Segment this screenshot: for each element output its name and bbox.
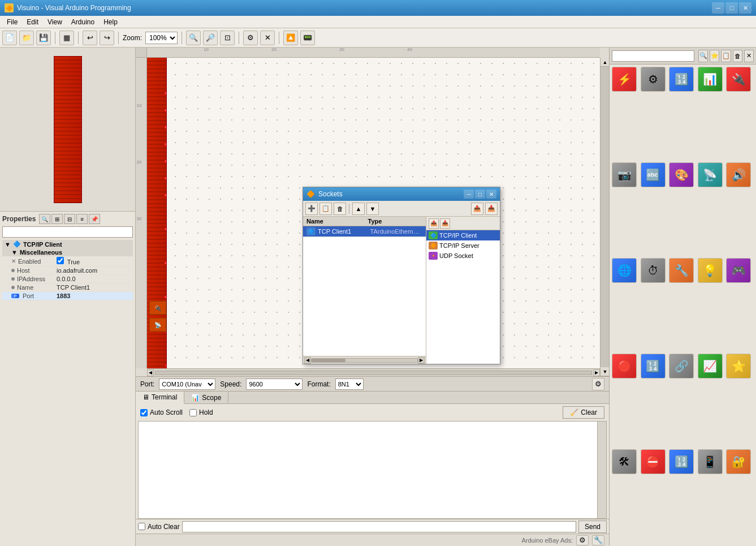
comp-18[interactable]: 🔗	[669, 354, 694, 379]
comp-7[interactable]: 🔤	[641, 162, 666, 187]
dialog-up-btn[interactable]: ▲	[352, 203, 365, 215]
auto-scroll-checkbox[interactable]	[140, 409, 148, 416]
settings-btn[interactable]: ⚙	[592, 378, 604, 390]
comp-2[interactable]: ⚙	[641, 67, 666, 92]
compile-button[interactable]: ⚙	[243, 31, 258, 45]
new-button[interactable]: 📄	[2, 31, 17, 45]
comp-4[interactable]: 📊	[698, 67, 723, 92]
canvas-scrollbar-bottom[interactable]: ◀ ▶	[147, 368, 600, 376]
speed-select[interactable]: 9600 115200	[246, 379, 303, 390]
right-btn1[interactable]: 🔍	[698, 50, 708, 62]
sockets-dialog[interactable]: 🔶 Sockets ─ □ ✕ ➕ 📋 🗑 ▲ ▼ 📤 📥 Name	[303, 187, 500, 364]
comp-20[interactable]: ⭐	[726, 354, 751, 379]
comp-10[interactable]: 🔊	[726, 162, 751, 187]
properties-search[interactable]	[2, 226, 133, 238]
ads-btn2[interactable]: 🔧	[592, 535, 604, 545]
menu-help[interactable]: Help	[99, 17, 122, 27]
component-search[interactable]	[612, 50, 694, 62]
scroll-arrow-left[interactable]: ◀	[304, 357, 311, 364]
comp-14[interactable]: 💡	[698, 258, 723, 283]
maximize-button[interactable]: □	[725, 2, 738, 14]
prop-btn1[interactable]: 🔍	[39, 214, 50, 224]
zoom-fit-button[interactable]: ⊡	[220, 31, 235, 45]
prop-btn2[interactable]: ⊞	[51, 214, 63, 224]
hold-checkbox[interactable]	[189, 409, 197, 416]
prop-section-client[interactable]: ▼ 🔷 TCP/IP Client	[2, 240, 133, 248]
ads-btn1[interactable]: ⚙	[576, 535, 589, 545]
menu-edit[interactable]: Edit	[22, 17, 43, 27]
right-collapse-btn[interactable]: 📥	[440, 218, 450, 229]
comp-3[interactable]: 🔢	[669, 67, 694, 92]
zoom-select[interactable]: 50% 75% 100% 150% 200%	[145, 32, 178, 44]
comp-13[interactable]: 🔧	[669, 258, 694, 283]
tree-item-udpsocket[interactable]: 🔸 UDP Socket	[426, 251, 500, 261]
format-select[interactable]: 8N1	[335, 379, 364, 390]
redo-button[interactable]: ↪	[100, 31, 114, 45]
right-expand-btn[interactable]: 📤	[429, 218, 439, 229]
comp-8[interactable]: 🎨	[669, 162, 694, 187]
prop-group-misc[interactable]: ▼ Miscellaneous	[2, 248, 133, 256]
right-btn4[interactable]: 🗑	[733, 50, 742, 62]
tree-item-tcpclient[interactable]: 🔷 TCP/IP Client	[426, 230, 500, 240]
hold-label[interactable]: Hold	[189, 409, 213, 416]
dialog-down-btn[interactable]: ▼	[366, 203, 379, 215]
zoom-out-button[interactable]: 🔎	[203, 31, 218, 45]
dialog-del-btn[interactable]: 🗑	[334, 203, 346, 215]
dialog-maximize[interactable]: □	[475, 190, 485, 199]
stop-button[interactable]: ✕	[260, 31, 275, 45]
scroll-arrow-right[interactable]: ▶	[418, 357, 425, 364]
monitor-button[interactable]: 📟	[300, 31, 315, 45]
upload-button[interactable]: 🔼	[283, 31, 298, 45]
enabled-checkbox[interactable]	[57, 257, 64, 264]
prop-pin-btn[interactable]: 📌	[89, 214, 100, 224]
auto-scroll-label[interactable]: Auto Scroll	[140, 409, 183, 416]
dialog-title-bar[interactable]: 🔶 Sockets ─ □ ✕	[303, 187, 500, 201]
auto-clear-checkbox[interactable]	[138, 523, 145, 530]
terminal-scrollbar[interactable]	[597, 422, 606, 518]
menu-file[interactable]: File	[2, 17, 22, 27]
tab-scope[interactable]: 📊 Scope	[184, 392, 228, 403]
dialog-tree[interactable]: 🔷 TCP/IP Client 🔶 TCP/IP Server 🔸 UDP So…	[426, 230, 500, 364]
send-button[interactable]: Send	[578, 521, 607, 533]
port-select[interactable]: COM10 (Unav	[159, 379, 215, 390]
scroll-right-btn[interactable]: ▶	[593, 369, 600, 376]
dialog-close[interactable]: ✕	[486, 190, 496, 199]
dialog-right-btn2[interactable]: 📥	[485, 203, 498, 215]
open-button[interactable]: 📁	[19, 31, 34, 45]
tab-terminal[interactable]: 🖥 Terminal	[136, 392, 184, 404]
comp-12[interactable]: ⏱	[641, 258, 666, 283]
tree-item-tcpserver[interactable]: 🔶 TCP/IP Server	[426, 240, 500, 251]
comp-19[interactable]: 📈	[698, 354, 723, 379]
scroll-down-btn[interactable]: ▼	[601, 367, 609, 376]
right-btn3[interactable]: 📋	[721, 50, 731, 62]
minimize-button[interactable]: ─	[712, 2, 724, 14]
scroll-track-h[interactable]	[155, 371, 592, 375]
comp-25[interactable]: 🔐	[726, 449, 751, 474]
scroll-left-btn[interactable]: ◀	[147, 369, 154, 376]
scroll-track[interactable]	[601, 67, 609, 367]
dialog-scroll-bar[interactable]: ◀ ▶	[303, 356, 426, 364]
comp-22[interactable]: ⛔	[641, 449, 666, 474]
comp-11[interactable]: 🌐	[612, 258, 637, 283]
dialog-add-btn[interactable]: ➕	[305, 203, 318, 215]
scroll-up-btn[interactable]: ▲	[601, 58, 609, 67]
grid-button[interactable]: ▦	[59, 31, 74, 45]
comp-9[interactable]: 📡	[698, 162, 723, 187]
comp-23[interactable]: 🔢	[669, 449, 694, 474]
zoom-in-button[interactable]: 🔍	[186, 31, 201, 45]
save-button[interactable]: 💾	[36, 31, 51, 45]
prop-btn3[interactable]: ⊟	[64, 214, 75, 224]
prop-btn4[interactable]: ≡	[76, 214, 88, 224]
terminal-input[interactable]	[182, 521, 576, 532]
comp-1[interactable]: ⚡	[612, 67, 637, 92]
right-btn2[interactable]: ⭐	[710, 50, 719, 62]
comp-16[interactable]: 🔴	[612, 354, 637, 379]
auto-clear-label[interactable]: Auto Clear	[138, 523, 180, 531]
clear-button[interactable]: 🧹 Clear	[563, 406, 604, 419]
comp-5[interactable]: 🔌	[726, 67, 751, 92]
menu-arduino[interactable]: Arduino	[67, 17, 99, 27]
close-button[interactable]: ✕	[739, 2, 751, 14]
dialog-minimize[interactable]: ─	[464, 190, 474, 199]
dialog-right-btn1[interactable]: 📤	[471, 203, 483, 215]
comp-15[interactable]: 🎮	[726, 258, 751, 283]
